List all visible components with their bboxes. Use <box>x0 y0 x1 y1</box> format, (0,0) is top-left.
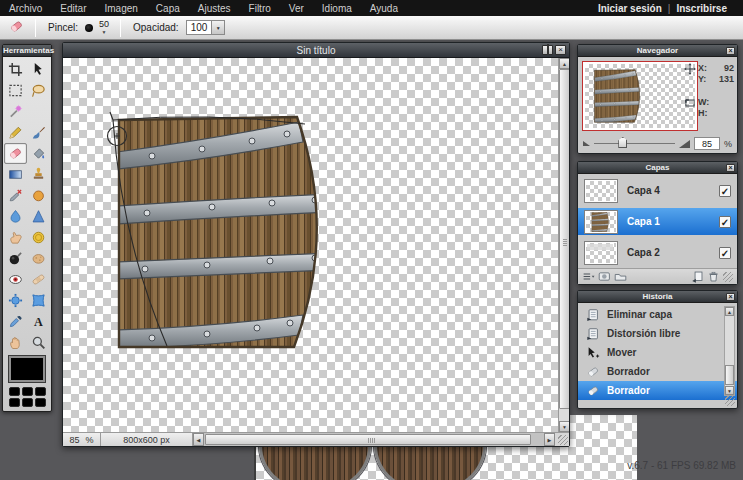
history-scrollbar-thumb[interactable] <box>725 365 734 385</box>
vertical-scrollbar[interactable]: ▲ ▼ <box>558 58 569 432</box>
swatch-6[interactable] <box>35 398 46 407</box>
signup-link[interactable]: Inscribirse <box>670 3 733 14</box>
history-step-borrador[interactable]: Borrador <box>578 381 737 400</box>
horizontal-scrollbar-thumb[interactable] <box>205 434 531 445</box>
restore-button[interactable] <box>542 45 553 55</box>
sponge-tool[interactable] <box>27 248 50 269</box>
panel-resize-grip[interactable] <box>725 396 735 406</box>
navigator-thumbnail[interactable] <box>582 61 698 131</box>
layer-row-capa-4[interactable]: Capa 4✓ <box>578 177 737 204</box>
type-tool[interactable]: A <box>27 311 50 332</box>
pencil-tool[interactable] <box>4 122 27 143</box>
foreground-color-swatch[interactable] <box>9 356 45 382</box>
layer-visibility-checkbox[interactable]: ✓ <box>719 216 731 228</box>
brush-size-dropdown[interactable]: 50 ▼ <box>99 20 109 35</box>
menu-item-ayuda[interactable]: Ayuda <box>361 3 407 14</box>
history-step-eliminar-capa[interactable]: Eliminar capa <box>578 305 737 324</box>
layer-row-capa-1[interactable]: Capa 1✓ <box>578 208 737 235</box>
menu-item-filtro[interactable]: Filtro <box>240 3 280 14</box>
crop-tool[interactable] <box>4 59 27 80</box>
layer-group-icon[interactable] <box>614 270 627 283</box>
layer-visibility-checkbox[interactable]: ✓ <box>719 185 731 197</box>
menu-item-editar[interactable]: Editar <box>51 3 95 14</box>
move-tool[interactable] <box>27 59 50 80</box>
history-scrollbar[interactable]: ▲ ▼ <box>724 306 735 396</box>
red-eye-tool[interactable] <box>4 269 27 290</box>
tools-palette-title[interactable]: Herramientas <box>3 45 51 57</box>
scroll-left-button[interactable]: ◀ <box>193 433 204 446</box>
bloat-tool[interactable] <box>4 290 27 311</box>
navigator-title[interactable]: Navegador × <box>578 45 737 57</box>
vertical-scrollbar-thumb[interactable] <box>559 69 569 409</box>
scroll-down-button[interactable]: ▼ <box>559 421 569 432</box>
dodge-tool[interactable] <box>27 227 50 248</box>
history-title[interactable]: Historia × <box>578 291 737 303</box>
swatch-1[interactable] <box>9 387 20 396</box>
eraser-tool[interactable] <box>4 143 27 164</box>
sharpen-tool[interactable] <box>27 206 50 227</box>
horizontal-scrollbar[interactable]: ◀ ▶ <box>193 433 555 446</box>
close-button[interactable]: × <box>555 45 566 55</box>
menu-item-imagen[interactable]: Imagen <box>95 3 146 14</box>
layers-title[interactable]: Capas × <box>578 162 737 174</box>
brush-preview-icon[interactable] <box>85 24 93 32</box>
shape-tool[interactable] <box>27 185 50 206</box>
gradient-tool[interactable] <box>4 164 27 185</box>
history-step-mover[interactable]: Mover <box>578 343 737 362</box>
marquee-tool[interactable] <box>4 80 27 101</box>
burn-tool[interactable] <box>4 248 27 269</box>
panel-resize-grip[interactable] <box>723 272 733 282</box>
menu-item-archivo[interactable]: Archivo <box>0 3 51 14</box>
navigator-zoom-input[interactable]: 85 <box>694 137 720 150</box>
lasso-tool[interactable] <box>27 80 50 101</box>
close-icon[interactable]: × <box>726 164 735 172</box>
zoom-in-icon[interactable] <box>679 140 690 148</box>
wand-tool[interactable] <box>4 101 27 122</box>
window-resize-grip[interactable] <box>555 433 569 446</box>
menu-item-ver[interactable]: Ver <box>280 3 313 14</box>
menu-item-ajustes[interactable]: Ajustes <box>189 3 240 14</box>
swatch-3[interactable] <box>35 387 46 396</box>
opacity-input[interactable]: 100 ▼ <box>186 20 226 35</box>
layer-mask-icon[interactable] <box>598 270 611 283</box>
close-icon[interactable]: × <box>726 47 735 55</box>
blur-tool[interactable] <box>4 206 27 227</box>
swatch-5[interactable] <box>22 398 33 407</box>
color-replace-tool[interactable] <box>4 185 27 206</box>
hand-tool[interactable] <box>4 332 27 353</box>
layer-settings-icon[interactable] <box>582 270 595 283</box>
swatch-2[interactable] <box>22 387 33 396</box>
zoom-slider-track[interactable] <box>594 143 675 144</box>
eyedropper-tool[interactable] <box>4 311 27 332</box>
brush-tool[interactable] <box>27 122 50 143</box>
image-window-titlebar[interactable]: Sin título × <box>63 43 569 58</box>
layer-thumbnail[interactable] <box>584 179 618 203</box>
zoom-tool[interactable] <box>27 332 50 353</box>
menu-item-idioma[interactable]: Idioma <box>313 3 361 14</box>
scroll-right-button[interactable]: ▶ <box>544 433 555 446</box>
spot-heal-tool[interactable] <box>27 269 50 290</box>
pinch-tool[interactable] <box>27 290 50 311</box>
history-step-distorsion-libre[interactable]: Distorsión libre <box>578 324 737 343</box>
bucket-tool[interactable] <box>27 143 50 164</box>
smudge-tool[interactable] <box>4 227 27 248</box>
zoom-slider-thumb[interactable] <box>618 137 627 148</box>
layer-row-capa-2[interactable]: Capa 2✓ <box>578 239 737 266</box>
zoom-level-box[interactable]: 85% <box>63 433 101 446</box>
close-icon[interactable]: × <box>726 293 735 301</box>
history-step-borrador[interactable]: Borrador <box>578 362 737 381</box>
scroll-up-button[interactable]: ▲ <box>559 58 569 69</box>
horizontal-scrollbar-track[interactable] <box>204 433 544 446</box>
canvas[interactable] <box>63 58 558 432</box>
new-layer-icon[interactable] <box>691 270 704 283</box>
layer-thumbnail[interactable] <box>584 241 618 265</box>
zoom-out-icon[interactable] <box>583 141 590 146</box>
scroll-up-button[interactable]: ▲ <box>725 307 734 316</box>
menu-item-capa[interactable]: Capa <box>147 3 189 14</box>
stamp-tool[interactable] <box>27 164 50 185</box>
scroll-down-button[interactable]: ▼ <box>725 386 734 395</box>
opacity-dropdown-button[interactable]: ▼ <box>211 21 224 34</box>
login-link[interactable]: Iniciar sesión <box>592 3 668 14</box>
swatch-4[interactable] <box>9 398 20 407</box>
opacity-value[interactable]: 100 <box>187 22 212 33</box>
